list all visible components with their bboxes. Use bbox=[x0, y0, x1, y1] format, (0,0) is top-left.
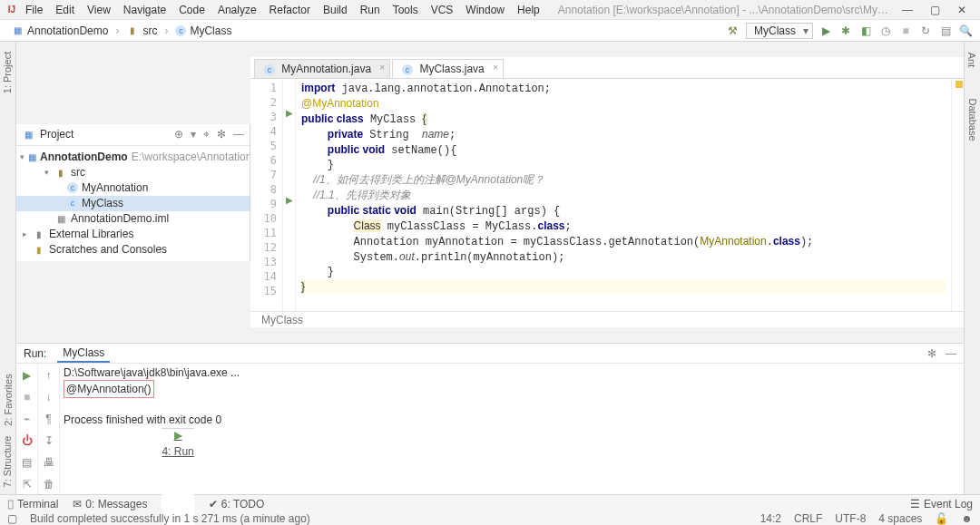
toolwin-eventlog-button[interactable]: ☰Event Log bbox=[910, 498, 973, 510]
left-tool-gutter: 1: Project 2: Favorites 7: Structure bbox=[0, 42, 16, 494]
run-gutter[interactable]: ▶▶ bbox=[283, 79, 296, 311]
window-maximize-button[interactable]: ▢ bbox=[922, 2, 947, 18]
wrap-icon[interactable]: ¶ bbox=[45, 413, 51, 425]
menu-vcs[interactable]: VCS bbox=[426, 2, 459, 18]
debug-icon[interactable]: ✱ bbox=[838, 24, 853, 38]
tree-file-myclass[interactable]: c MyClass bbox=[16, 196, 250, 211]
menu-build[interactable]: Build bbox=[318, 2, 353, 18]
layout-icon[interactable]: ▤ bbox=[22, 456, 32, 469]
menu-help[interactable]: Help bbox=[512, 2, 545, 18]
gear-icon[interactable]: ✻ bbox=[927, 347, 936, 360]
window-close-button[interactable]: ✕ bbox=[949, 2, 975, 18]
status-indent[interactable]: 4 spaces bbox=[878, 512, 922, 525]
tree-file-myannotation[interactable]: c MyAnnotation bbox=[16, 180, 250, 196]
status-line-sep[interactable]: CRLF bbox=[794, 512, 822, 525]
update-icon[interactable]: ↻ bbox=[918, 24, 933, 38]
tree-external-libs[interactable]: ▸ ▮ External Libraries bbox=[16, 227, 250, 242]
status-caret-pos[interactable]: 14:2 bbox=[760, 512, 781, 525]
close-icon[interactable]: × bbox=[379, 63, 385, 73]
toolwin-terminal-button[interactable]: ⌷Terminal bbox=[7, 498, 58, 510]
collapse-icon[interactable]: ⊕ bbox=[174, 128, 183, 141]
breadcrumb-sep-icon: › bbox=[113, 24, 121, 37]
toolwin-favorites-button[interactable]: 2: Favorites bbox=[3, 374, 14, 425]
code-area[interactable]: 1 2 3 4 5 6 7 8 9 10 11 12 13 14 15 ▶▶ i… bbox=[250, 79, 964, 311]
breadcrumb-file-label: MyClass bbox=[190, 24, 231, 37]
toolwin-run-button[interactable]: ▶4: Run bbox=[162, 428, 193, 525]
menu-navigate[interactable]: Navigate bbox=[118, 2, 172, 18]
menu-refactor[interactable]: Refactor bbox=[264, 2, 316, 18]
tree-scratches[interactable]: ▮ Scratches and Consoles bbox=[16, 242, 250, 258]
run-icon[interactable]: ▶ bbox=[818, 24, 833, 38]
scroll-icon[interactable]: ↧ bbox=[44, 434, 54, 447]
structure-icon[interactable]: ▤ bbox=[938, 24, 953, 38]
menu-view[interactable]: View bbox=[82, 2, 116, 18]
dump-icon[interactable]: ⌁ bbox=[24, 413, 30, 425]
tree-twisty-icon[interactable]: ▾ bbox=[20, 152, 24, 161]
code-text[interactable]: import java.lang.annotation.Annotation; … bbox=[296, 79, 951, 311]
tree-twisty-icon[interactable] bbox=[20, 245, 29, 254]
tree-twisty-icon[interactable]: ▾ bbox=[42, 168, 51, 177]
breadcrumb-root[interactable]: ▦AnnotationDemo bbox=[5, 23, 113, 39]
menu-edit[interactable]: Edit bbox=[50, 2, 80, 18]
gear-icon[interactable]: ✻ bbox=[217, 128, 226, 141]
locate-icon[interactable]: ⌖ bbox=[203, 128, 210, 141]
tree-root[interactable]: ▾ ▦ AnnotationDemo E:\workspace\Annotati… bbox=[16, 150, 250, 165]
run-config-combo[interactable]: MyClass bbox=[746, 23, 813, 39]
run-config-tab[interactable]: MyClass bbox=[57, 345, 110, 363]
window-minimize-button[interactable]: — bbox=[895, 2, 920, 18]
toggle-toolwindows-icon[interactable]: ▢ bbox=[7, 512, 17, 525]
hide-icon[interactable]: — bbox=[233, 128, 244, 141]
tab-myclass[interactable]: c MyClass.java × bbox=[392, 59, 504, 78]
lock-icon[interactable]: 🔓 bbox=[935, 512, 948, 525]
toolwin-todo-button[interactable]: ✔6: TODO bbox=[209, 498, 265, 510]
toolwin-structure-button[interactable]: 7: Structure bbox=[3, 436, 14, 488]
stop-icon[interactable]: ■ bbox=[24, 391, 30, 403]
menu-tools[interactable]: Tools bbox=[387, 2, 424, 18]
editor-breadcrumb[interactable]: MyClass bbox=[250, 311, 964, 327]
menu-file[interactable]: File bbox=[20, 2, 48, 18]
toolwin-database-button[interactable]: Database bbox=[967, 98, 978, 141]
toolwin-project-button[interactable]: 1: Project bbox=[3, 52, 14, 93]
run-body: ▶ ■ ⌁ ⏻ ▤ ⇱ ↑ ↓ ¶ ↧ 🖶 🗑 bbox=[16, 364, 964, 494]
exit-icon[interactable]: ⏻ bbox=[22, 434, 33, 447]
messages-icon: ✉ bbox=[73, 498, 82, 510]
breadcrumb-src[interactable]: ▮src bbox=[121, 23, 162, 39]
warning-marker-icon[interactable] bbox=[956, 81, 963, 88]
chevron-down-icon[interactable]: ▾ bbox=[191, 128, 196, 141]
tree-twisty-icon[interactable]: ▸ bbox=[20, 229, 29, 238]
search-icon[interactable]: 🔍 bbox=[958, 24, 973, 38]
breadcrumb-file[interactable]: cMyClass bbox=[170, 23, 237, 39]
stop-icon[interactable]: ■ bbox=[898, 24, 913, 38]
run-output[interactable]: D:\Software\java\jdk8\bin\java.exe ... @… bbox=[60, 364, 964, 494]
status-encoding[interactable]: UTF-8 bbox=[835, 512, 866, 525]
inspection-icon[interactable]: ☻ bbox=[961, 512, 973, 525]
pin-icon[interactable]: ⇱ bbox=[23, 478, 32, 491]
menu-run[interactable]: Run bbox=[355, 2, 386, 18]
menu-code[interactable]: Code bbox=[173, 2, 211, 18]
profile-icon[interactable]: ◷ bbox=[878, 24, 893, 38]
project-title[interactable]: Project bbox=[40, 128, 169, 141]
project-tool-window: ▦ Project ⊕ ▾ ⌖ ✻ — ▾ ▦ AnnotationDemo bbox=[16, 124, 250, 261]
menu-analyze[interactable]: Analyze bbox=[212, 2, 262, 18]
scratches-icon: ▮ bbox=[33, 243, 45, 256]
print-icon[interactable]: 🖶 bbox=[44, 456, 54, 469]
toolwin-ant-button[interactable]: Ant bbox=[966, 53, 977, 68]
coverage-icon[interactable]: ◧ bbox=[858, 24, 873, 38]
clear-icon[interactable]: 🗑 bbox=[44, 478, 54, 491]
menu-window[interactable]: Window bbox=[460, 2, 510, 18]
tab-myannotation[interactable]: c MyAnnotation.java × bbox=[254, 59, 390, 78]
build-icon[interactable]: ⚒ bbox=[726, 24, 740, 38]
terminal-icon: ⌷ bbox=[7, 498, 14, 510]
up-icon[interactable]: ↑ bbox=[46, 369, 52, 382]
project-tree[interactable]: ▾ ▦ AnnotationDemo E:\workspace\Annotati… bbox=[16, 146, 250, 261]
close-icon[interactable]: × bbox=[493, 63, 498, 73]
run-gutter-secondary: ↑ ↓ ¶ ↧ 🖶 🗑 bbox=[38, 364, 60, 494]
tab-label: MyClass.java bbox=[419, 63, 484, 75]
error-stripe[interactable] bbox=[951, 79, 964, 311]
toolwin-messages-button[interactable]: ✉0: Messages bbox=[73, 498, 147, 510]
tree-iml[interactable]: ▦ AnnotationDemo.iml bbox=[16, 211, 250, 227]
tree-src[interactable]: ▾ ▮ src bbox=[16, 165, 250, 180]
rerun-icon[interactable]: ▶ bbox=[23, 369, 31, 382]
down-icon[interactable]: ↓ bbox=[46, 391, 52, 403]
hide-icon[interactable]: — bbox=[946, 347, 956, 360]
